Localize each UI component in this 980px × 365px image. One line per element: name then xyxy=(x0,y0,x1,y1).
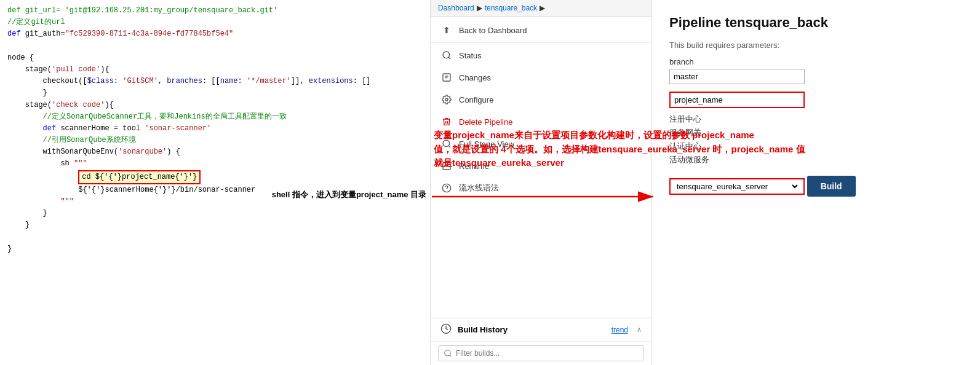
breadcrumb-sep1: ▶ xyxy=(477,4,482,12)
arrow xyxy=(429,187,663,208)
sidebar-panel: Dashboard ▶ tensquare_back ▶ ⬆ Back to D… xyxy=(431,0,652,365)
code-line: } xyxy=(7,243,423,255)
code-line: stage('check code'){ xyxy=(7,100,423,111)
code-line: sh """ xyxy=(7,158,423,170)
project-name-select-container: tensquare_eureka_server 注册中心 服务网关 认证中心 活… xyxy=(669,178,805,195)
build-history-toggle[interactable]: ∧ xyxy=(637,326,642,334)
build-history-icon xyxy=(440,323,452,336)
sidebar-item-changes[interactable]: Changes xyxy=(431,66,651,88)
sidebar-nav: ⬆ Back to Dashboard Status Changes Confi… xyxy=(431,17,651,318)
code-line: } xyxy=(7,219,423,231)
build-params-label: This build requires parameters: xyxy=(669,41,963,50)
sidebar-item-label: Rename xyxy=(459,162,642,171)
sidebar-item-label: Delete Pipeline xyxy=(459,117,642,127)
sidebar-item-rename[interactable]: Rename xyxy=(431,155,651,177)
branch-input[interactable] xyxy=(669,69,805,84)
build-history-trend-link[interactable]: trend xyxy=(612,326,628,334)
project-name-select[interactable]: tensquare_eureka_server 注册中心 服务网关 认证中心 活… xyxy=(674,181,800,192)
choices-list: 注册中心 服务网关 认证中心 活动微服务 xyxy=(669,113,963,166)
code-line: stage('pull code'){ xyxy=(7,64,423,76)
sidebar-item-label: Configure xyxy=(459,95,642,104)
code-line xyxy=(7,41,423,52)
branch-param-label: branch xyxy=(669,57,963,66)
code-line: //定义git的url xyxy=(7,17,423,28)
search-icon xyxy=(440,49,453,61)
code-line: withSonarQubeEnv('sonarqube') { xyxy=(7,146,423,158)
code-line xyxy=(7,232,423,243)
shell-annotation: shell 指令，进入到变量project_name 目录 xyxy=(218,189,426,200)
code-line: checkout([$class: 'GitSCM', branches: [[… xyxy=(7,76,423,87)
code-line: } xyxy=(7,208,423,219)
code-line: def scannerHome = tool 'sonar-scanner' xyxy=(7,123,423,135)
breadcrumb: Dashboard ▶ tensquare_back ▶ xyxy=(431,0,651,17)
svg-point-6 xyxy=(445,98,448,101)
build-history-title: Build History xyxy=(458,325,605,334)
sidebar-item-label: Back to Dashboard xyxy=(459,26,642,35)
code-line: //引用SonarQube系统环境 xyxy=(7,135,423,146)
sidebar-item-status[interactable]: Status xyxy=(431,44,651,66)
build-button[interactable]: Build xyxy=(807,176,856,197)
sidebar-item-delete-pipeline[interactable]: Delete Pipeline xyxy=(431,111,651,133)
choice-item: 服务网关 xyxy=(669,127,963,139)
svg-point-7 xyxy=(443,140,450,147)
arrow-up-icon: ⬆ xyxy=(440,24,453,36)
full-stage-icon xyxy=(440,138,453,150)
sidebar-item-configure[interactable]: Configure xyxy=(431,88,651,111)
build-history-header: Build History trend ∧ xyxy=(431,318,651,341)
sidebar-item-label: Changes xyxy=(459,73,642,82)
changes-icon xyxy=(440,71,453,84)
code-line: node { xyxy=(7,52,423,64)
breadcrumb-dashboard[interactable]: Dashboard xyxy=(438,4,474,12)
code-line: def git_url= 'git@192.168.25.201:my_grou… xyxy=(7,5,423,17)
gear-icon xyxy=(440,93,453,106)
build-history-section: Build History trend ∧ xyxy=(431,318,651,365)
svg-point-2 xyxy=(443,52,450,58)
choice-item: 注册中心 xyxy=(669,113,963,125)
right-panel: Pipeline tensquare_back This build requi… xyxy=(652,0,980,365)
code-line: } xyxy=(7,87,423,99)
code-line: //定义SonarQubeScanner工具，要和Jenkins的全局工具配置里… xyxy=(7,111,423,123)
code-line: def git_auth="fc529390-8711-4c3a-894e-fd… xyxy=(7,28,423,40)
project-name-input[interactable] xyxy=(669,92,805,108)
build-filter xyxy=(431,341,651,365)
choice-item: 活动微服务 xyxy=(669,154,963,166)
breadcrumb-pipeline[interactable]: tensquare_back xyxy=(485,4,537,12)
sidebar-item-back-to-dashboard[interactable]: ⬆ Back to Dashboard xyxy=(431,19,651,41)
code-line-highlight: cd ${'{'}project_name{'}'} xyxy=(7,170,423,184)
nav-divider xyxy=(431,42,651,43)
code-panel: def git_url= 'git@192.168.25.201:my_grou… xyxy=(0,0,431,365)
breadcrumb-sep2: ▶ xyxy=(540,4,545,12)
sidebar-item-label: Status xyxy=(459,51,642,60)
sidebar-item-label: Full Stage View xyxy=(459,139,642,149)
rename-icon xyxy=(440,160,453,172)
pipeline-title: Pipeline tensquare_back xyxy=(669,15,963,31)
trash-icon xyxy=(440,116,453,128)
build-filter-input[interactable] xyxy=(438,345,644,361)
sidebar-item-full-stage-view[interactable]: Full Stage View xyxy=(431,133,651,155)
choice-item: 认证中心 xyxy=(669,140,963,152)
